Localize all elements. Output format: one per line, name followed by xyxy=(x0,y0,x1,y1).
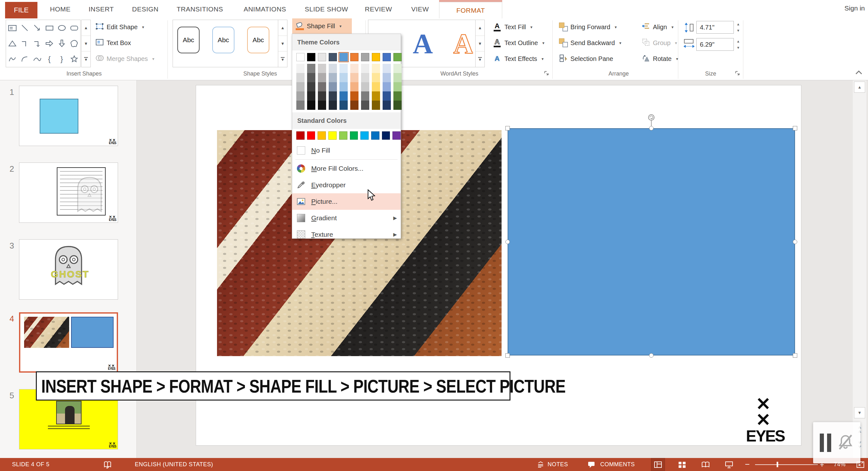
theme-color-swatch[interactable] xyxy=(393,53,402,61)
theme-color-variant-swatch[interactable] xyxy=(393,100,402,110)
comments-button[interactable]: COMMENTS xyxy=(600,458,635,471)
sign-in-link[interactable]: Sign in xyxy=(844,4,865,12)
wordart-dialog-launcher-icon[interactable] xyxy=(544,70,550,78)
gallery-up-icon[interactable]: ▲ xyxy=(278,20,287,36)
theme-color-variant-swatch[interactable] xyxy=(307,73,315,82)
instruction-banner[interactable]: INSERT SHAPE > FORMAT > SHAPE FILL > PIC… xyxy=(36,371,510,401)
align-button[interactable]: Align▾ xyxy=(642,20,674,34)
shape-width-field[interactable]: 6.29" xyxy=(696,38,734,51)
wordart-scrollbar[interactable]: ▲ ▼ ▼ xyxy=(475,20,485,67)
text-fill-button[interactable]: A Text Fill▾ xyxy=(492,20,532,34)
shape-star-icon[interactable] xyxy=(68,52,80,67)
shape-style-preview-1[interactable]: Abc xyxy=(177,27,199,53)
selected-blue-rectangle[interactable] xyxy=(507,128,795,355)
theme-color-variant-swatch[interactable] xyxy=(318,73,326,82)
menu-item-texture[interactable]: Texture ▶ xyxy=(292,226,401,243)
menu-item-more-fill-colors[interactable]: More Fill Colors... xyxy=(292,160,401,177)
theme-color-variant-swatch[interactable] xyxy=(296,100,305,110)
scroll-down-icon[interactable]: ▼ xyxy=(854,407,865,418)
standard-color-swatch[interactable] xyxy=(307,131,315,140)
slide-show-button[interactable] xyxy=(722,458,736,471)
reading-view-button[interactable] xyxy=(699,458,713,471)
rotate-button[interactable]: Rotate▾ xyxy=(642,52,678,66)
tab-view[interactable]: VIEW xyxy=(405,0,435,19)
theme-color-variant-swatch[interactable] xyxy=(307,100,315,110)
tab-transitions[interactable]: TRANSITIONS xyxy=(171,0,228,19)
standard-color-swatch[interactable] xyxy=(371,131,379,140)
shape-fill-button[interactable]: Shape Fill ▾ xyxy=(292,19,352,34)
theme-color-variant-swatch[interactable] xyxy=(329,73,337,82)
text-effects-button[interactable]: A Text Effects▾ xyxy=(492,52,544,66)
language-indicator[interactable]: ENGLISH (UNITED STATES) xyxy=(135,458,213,471)
shape-freeform-icon[interactable] xyxy=(68,35,80,51)
vertical-scrollbar[interactable]: ▲ ▼ ▲▲ ▼▼ xyxy=(853,80,866,458)
shape-style-preview-3[interactable]: Abc xyxy=(247,27,269,53)
theme-color-variant-swatch[interactable] xyxy=(339,100,348,110)
zoom-out-button[interactable]: − xyxy=(745,458,750,471)
theme-color-variant-swatch[interactable] xyxy=(393,82,402,91)
theme-color-variant-swatch[interactable] xyxy=(350,82,359,91)
spell-check-icon[interactable] xyxy=(103,461,113,470)
shape-right-brace-icon[interactable]: } xyxy=(56,52,68,67)
selection-pane-button[interactable]: Selection Pane xyxy=(559,52,613,66)
shape-scribble-icon[interactable] xyxy=(6,52,19,67)
theme-color-variant-swatch[interactable] xyxy=(372,64,380,73)
tab-animations[interactable]: ANIMATIONS xyxy=(236,0,294,19)
gallery-more-icon[interactable]: ▼ xyxy=(475,52,485,67)
menu-item-picture[interactable]: Picture... xyxy=(292,193,401,210)
standard-color-swatch[interactable] xyxy=(393,131,401,140)
theme-color-variant-swatch[interactable] xyxy=(329,91,337,100)
resize-handle-bottom-right[interactable] xyxy=(793,353,797,358)
slide-thumbnail-4-selected[interactable]: ✕✕EYES xyxy=(19,312,118,373)
tab-format[interactable]: FORMAT xyxy=(439,2,502,19)
standard-color-swatch[interactable] xyxy=(317,131,326,140)
shape-height-field[interactable]: 4.71" xyxy=(696,21,734,34)
tab-insert[interactable]: INSERT xyxy=(83,0,119,19)
resize-handle-bottom-left[interactable] xyxy=(505,353,510,358)
spinner-up-icon[interactable]: ▲ xyxy=(737,22,740,26)
theme-color-variant-swatch[interactable] xyxy=(361,82,369,91)
shape-textbox-icon[interactable] xyxy=(6,20,19,35)
spinner-up-icon[interactable]: ▲ xyxy=(737,39,740,43)
theme-color-variant-swatch[interactable] xyxy=(393,64,402,73)
gallery-more-icon[interactable]: ▼ xyxy=(278,52,287,67)
theme-color-variant-swatch[interactable] xyxy=(372,100,380,110)
theme-color-variant-swatch[interactable] xyxy=(296,64,305,73)
theme-color-variant-swatch[interactable] xyxy=(329,64,337,73)
slide-thumbnail-2[interactable]: ✕✕EYES xyxy=(19,163,118,223)
shape-arrow-icon[interactable] xyxy=(31,20,43,35)
theme-color-variant-swatch[interactable] xyxy=(361,64,369,73)
shape-left-brace-icon[interactable]: { xyxy=(43,52,56,67)
standard-color-swatch[interactable] xyxy=(328,131,337,140)
theme-color-variant-swatch[interactable] xyxy=(350,73,359,82)
bring-forward-button[interactable]: Bring Forward▾ xyxy=(559,20,617,34)
zoom-slider-thumb[interactable] xyxy=(777,462,778,467)
theme-color-swatch[interactable] xyxy=(296,53,305,61)
theme-color-variant-swatch[interactable] xyxy=(350,100,359,110)
tab-review[interactable]: REVIEW xyxy=(359,0,399,19)
text-box-button[interactable]: Text Box xyxy=(95,35,131,50)
theme-color-variant-swatch[interactable] xyxy=(318,91,326,100)
normal-view-button[interactable] xyxy=(651,458,665,471)
edit-shape-button[interactable]: Edit Shape▾ xyxy=(95,20,144,34)
pause-icon[interactable] xyxy=(820,434,831,452)
theme-color-swatch[interactable] xyxy=(361,53,369,61)
theme-color-swatch[interactable] xyxy=(382,53,391,61)
shape-style-preview-2[interactable]: Abc xyxy=(212,27,235,53)
resize-handle-top-center[interactable] xyxy=(649,126,654,130)
tab-slide-show[interactable]: SLIDE SHOW xyxy=(301,0,351,19)
theme-color-variant-swatch[interactable] xyxy=(339,64,348,73)
gallery-up-icon[interactable]: ▲ xyxy=(82,20,90,36)
gallery-down-icon[interactable]: ▼ xyxy=(475,36,485,52)
tab-home[interactable]: HOME xyxy=(44,0,76,19)
theme-color-variant-swatch[interactable] xyxy=(307,64,315,73)
send-backward-button[interactable]: Send Backward▾ xyxy=(559,35,621,50)
slide-sorter-view-button[interactable] xyxy=(675,458,689,471)
collapse-ribbon-button[interactable] xyxy=(854,69,864,78)
standard-color-swatch[interactable] xyxy=(339,131,347,140)
theme-color-variant-swatch[interactable] xyxy=(296,73,305,82)
theme-color-variant-swatch[interactable] xyxy=(361,73,369,82)
resize-handle-bottom-center[interactable] xyxy=(649,353,654,358)
theme-color-variant-swatch[interactable] xyxy=(307,82,315,91)
slide-thumbnail-1[interactable]: ✕✕EYES xyxy=(19,86,118,146)
